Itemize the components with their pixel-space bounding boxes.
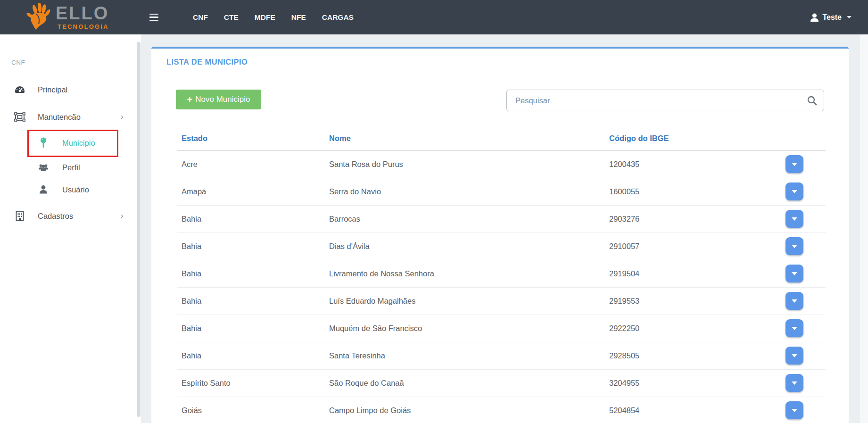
row-actions-dropdown-button[interactable] [785,319,803,337]
user-menu[interactable]: Teste [810,0,851,34]
sidebar: CNF Principal Manutencão › [0,34,141,423]
municipio-table-body: Acre Santa Rosa do Purus 1200435 Amapá S… [177,150,826,423]
sidebar-item-label: Cadastros [38,207,73,225]
table-row: Bahia Dias d'Ávila 2910057 [177,232,826,260]
row-actions-dropdown-button[interactable] [785,401,803,419]
cell-estado: Bahia [177,260,324,287]
cell-nome: Livramento de Nossa Senhora [324,260,604,287]
table-header-row: Estado Nome Código do IBGE [177,129,826,150]
nav-item-cte[interactable]: CTE [216,0,247,34]
novo-municipio-label: Novo Municipio [195,95,250,104]
row-actions-dropdown-button[interactable] [785,265,803,282]
cell-codigo-ibge: 1200435 [604,150,725,178]
chevron-right-icon: › [121,108,124,126]
plus-icon: + [187,95,193,104]
row-actions-dropdown-button[interactable] [785,347,803,365]
column-header-estado: Estado [177,129,324,150]
nav-item-mdfe[interactable]: MDFE [247,0,283,34]
caret-down-icon [792,163,797,166]
chevron-down-icon [847,16,851,18]
table-row: Espírito Santo São Roque do Canaã 320495… [177,369,826,397]
sidebar-section-label: CNF [11,59,25,66]
cell-codigo-ibge: 2919504 [604,260,725,287]
brand-name: ELLO [56,4,109,22]
column-header-codigo-ibge: Código do IBGE [604,129,725,150]
row-actions-dropdown-button[interactable] [785,155,803,173]
table-row: Amapá Serra do Navio 1600055 [177,178,826,205]
cell-estado: Amapá [177,178,324,205]
brand-subtitle: TECNOLOGIA [58,24,109,30]
page-title: LISTA DE MUNICIPIO [166,58,248,66]
sidebar-item-usuario[interactable]: Usuário [0,180,132,199]
dashboard-icon [14,80,25,99]
cell-nome: São Roque do Canaã [324,369,604,397]
cell-estado: Acre [177,150,324,178]
map-pin-icon [38,133,49,152]
users-icon [38,158,49,177]
municipio-list-card: LISTA DE MUNICIPIO + Novo Municipio Esta… [151,47,849,423]
sidebar-item-perfil[interactable]: Perfil [0,158,132,177]
building-icon [14,207,25,225]
caret-down-icon [792,299,797,303]
table-row: Bahia Muquém de São Francisco 2922250 [177,315,826,342]
table-row: Bahia Santa Teresinha 2928505 [177,342,826,369]
cell-estado: Bahia [177,342,324,369]
cell-nome: Muquém de São Francisco [324,315,604,342]
nav-item-nfe[interactable]: NFE [283,0,314,34]
row-actions-dropdown-button[interactable] [785,292,803,310]
sidebar-item-label: Principal [38,80,67,99]
search-icon[interactable] [807,95,817,106]
column-header-nome: Nome [324,129,604,150]
row-actions-dropdown-button[interactable] [785,374,803,392]
sidebar-item-principal[interactable]: Principal [0,80,132,99]
caret-down-icon [792,190,797,193]
user-icon [38,180,49,199]
sidebar-item-label: Municipio [62,133,95,152]
search-input[interactable] [506,90,824,111]
sidebar-item-label: Manutencão [38,108,81,126]
user-name: Teste [822,13,842,22]
row-actions-dropdown-button[interactable] [785,237,803,255]
sidebar-toggle-hamburger-icon[interactable] [145,0,162,34]
top-navbar: ELLO TECNOLOGIA CNFCTEMDFENFECARGAS Test… [0,0,868,34]
cell-nome: Luís Eduardo Magalhães [324,287,604,315]
cell-estado: Bahia [177,232,324,260]
user-icon [810,13,819,22]
cell-codigo-ibge: 2919553 [604,287,725,315]
sidebar-item-manutencao[interactable]: Manutencão › [0,108,132,126]
row-actions-dropdown-button[interactable] [785,182,803,200]
cell-nome: Campo Limpo de Goiás [324,397,604,423]
caret-down-icon [792,382,797,385]
sidebar-item-label: Perfil [62,158,80,177]
cell-estado: Bahia [177,315,324,342]
municipio-table: Estado Nome Código do IBGE Acre Santa Ro… [177,129,826,423]
nav-item-cargas[interactable]: CARGAS [314,0,362,34]
chevron-right-icon: › [121,207,124,225]
novo-municipio-button[interactable]: + Novo Municipio [176,90,261,109]
cell-codigo-ibge: 3204955 [604,369,725,397]
cell-estado: Bahia [177,287,324,315]
top-nav-menu: CNFCTEMDFENFECARGAS [185,0,362,34]
search-box [506,90,824,111]
cell-nome: Santa Rosa do Purus [324,150,604,178]
sidebar-item-cadastros[interactable]: Cadastros › [0,207,132,225]
sidebar-item-municipio[interactable]: Municipio [0,133,132,152]
row-actions-dropdown-button[interactable] [785,210,803,228]
caret-down-icon [792,409,797,412]
cell-nome: Barrocas [324,205,604,232]
cell-codigo-ibge: 2922250 [604,315,725,342]
table-row: Acre Santa Rosa do Purus 1200435 [177,150,826,178]
cell-codigo-ibge: 2910057 [604,232,725,260]
hand-logo-icon [25,3,54,32]
table-row: Bahia Luís Eduardo Magalhães 2919553 [177,287,826,315]
cell-estado: Bahia [177,205,324,232]
cell-codigo-ibge: 5204854 [604,397,725,423]
nav-item-cnf[interactable]: CNF [185,0,216,34]
cell-estado: Goiás [177,397,324,423]
cell-nome: Serra do Navio [324,178,604,205]
page-scrollbar[interactable] [860,34,868,423]
column-header-actions [725,129,826,150]
brand-logo[interactable]: ELLO TECNOLOGIA [0,0,141,34]
sidebar-scrollbar[interactable] [137,42,141,417]
table-row: Goiás Campo Limpo de Goiás 5204854 [177,397,826,423]
